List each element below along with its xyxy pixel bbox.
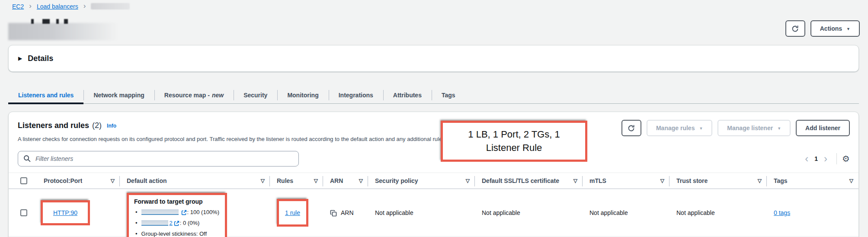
tags-link[interactable]: 0 tags — [774, 209, 790, 216]
select-all-checkbox[interactable] — [20, 177, 27, 184]
column-header-security-policy[interactable]: Security policy ▽ — [368, 173, 475, 189]
chevron-right-icon: › — [29, 2, 32, 10]
previous-page-icon[interactable]: ‹ — [801, 154, 812, 164]
info-link[interactable]: Info — [107, 123, 116, 129]
tab[interactable]: Network mapping — [83, 87, 154, 103]
column-filter-icon[interactable]: ▽ — [570, 178, 577, 184]
tab[interactable]: Integrations — [329, 87, 383, 103]
column-header-arn[interactable]: ARN ▽ — [323, 173, 368, 189]
actions-button[interactable]: Actions ▼ — [810, 20, 860, 37]
default-action-cell: Forward to target group • : 100 (100%) •… — [120, 189, 270, 236]
ssl-certificate-cell: Not applicable — [475, 189, 583, 236]
select-all-cell — [9, 173, 37, 189]
security-policy-value: Not applicable — [375, 209, 413, 216]
tab-label: Listeners and rules — [18, 92, 74, 99]
listener-count: (2) — [92, 121, 102, 130]
tab-label: Monitoring — [287, 92, 318, 99]
column-filter-icon[interactable]: ▽ — [107, 178, 115, 184]
disclosure-right-icon: ▶ — [18, 55, 22, 61]
manage-listener-label: Manage listener — [727, 125, 773, 131]
tab-label: Resource map - — [164, 92, 210, 99]
row-select-cell — [9, 189, 37, 236]
row-checkbox[interactable] — [20, 209, 27, 216]
column-filter-icon[interactable]: ▽ — [657, 178, 664, 184]
title-glyph-remnant — [64, 19, 68, 24]
manage-rules-label: Manage rules — [656, 125, 695, 131]
bullet-icon: • — [135, 228, 138, 237]
add-listener-button[interactable]: Add listener — [796, 120, 850, 136]
target-group-weight: : 0 (0%) — [180, 218, 200, 228]
annotation-highlight-box: Forward to target group • : 100 (100%) •… — [127, 193, 227, 237]
tab-label: Integrations — [339, 92, 373, 99]
column-filter-icon[interactable]: ▽ — [462, 178, 470, 184]
mtls-value: Not applicable — [589, 209, 628, 216]
manage-listener-button[interactable]: Manage listener ▼ — [717, 120, 791, 136]
page-header-actions: Actions ▼ — [785, 20, 860, 37]
mtls-cell: Not applicable — [583, 189, 669, 236]
table-row: HTTP:90 Forward to target group • : 100 … — [9, 189, 858, 237]
rules-link[interactable]: 1 rule — [285, 209, 300, 216]
current-page-number[interactable]: 1 — [812, 155, 820, 162]
security-policy-cell: Not applicable — [368, 189, 475, 236]
actions-button-label: Actions — [820, 25, 842, 32]
protocol-port-cell: HTTP:90 — [37, 189, 120, 236]
next-page-icon[interactable]: › — [820, 154, 831, 164]
target-group-name-visible[interactable]: 2 — [170, 218, 173, 228]
manage-rules-button[interactable]: Manage rules ▼ — [647, 120, 712, 136]
refresh-icon — [791, 25, 799, 32]
listener-link[interactable]: HTTP:90 — [53, 209, 77, 216]
filter-container — [18, 151, 299, 167]
divider — [836, 153, 837, 164]
title-glyph-remnant — [31, 19, 34, 24]
copy-arn-icon[interactable] — [330, 210, 337, 217]
column-header-ssl-certificate[interactable]: Default SSL/TLS certificate ▽ — [475, 173, 583, 189]
listeners-panel: Listeners and rules (2) Info A listener … — [8, 112, 859, 237]
target-group-item: • 2 : 0 (0%) — [133, 218, 221, 228]
bullet-icon: • — [135, 218, 138, 228]
trust-store-cell: Not applicable — [669, 189, 767, 236]
column-header-rules[interactable]: Rules ▽ — [270, 173, 323, 189]
caret-down-icon: ▼ — [777, 126, 781, 131]
column-filter-icon[interactable]: ▽ — [257, 178, 265, 184]
annotation-text: 1 LB, 1 Port, 2 TGs, 1 Listener Rule — [458, 128, 571, 155]
tab-label: Tags — [442, 92, 455, 99]
caret-down-icon: ▼ — [699, 126, 703, 131]
refresh-icon — [628, 125, 635, 132]
column-filter-icon[interactable]: ▽ — [846, 178, 853, 184]
tab-label: Network mapping — [93, 92, 144, 99]
title-glyph-remnant — [42, 19, 50, 24]
column-header-protocol-port[interactable]: Protocol:Port ▽ — [37, 173, 120, 189]
target-group-name-redacted[interactable] — [141, 220, 168, 226]
column-header-tags[interactable]: Tags ▽ — [767, 173, 858, 189]
refresh-button[interactable] — [785, 20, 805, 37]
target-group-name-redacted[interactable] — [141, 209, 179, 215]
tab[interactable]: Resource map - new — [154, 87, 234, 103]
column-filter-icon[interactable]: ▽ — [311, 178, 318, 184]
tab[interactable]: Attributes — [383, 87, 432, 103]
tab-label-new-badge: new — [212, 92, 224, 99]
tab[interactable]: Monitoring — [277, 87, 328, 103]
trust-store-value: Not applicable — [676, 209, 715, 216]
table-header-row: Protocol:Port ▽ Default action ▽ Rules ▽… — [9, 173, 858, 189]
rules-cell: 1 rule — [270, 189, 323, 236]
panel-title: Listeners and rules — [18, 121, 89, 130]
column-header-default-action[interactable]: Default action ▽ — [120, 173, 270, 189]
preferences-gear-icon[interactable]: ⚙ — [842, 154, 850, 164]
arn-label: ARN — [341, 209, 354, 216]
tab[interactable]: Listeners and rules — [8, 87, 83, 103]
add-listener-label: Add listener — [805, 125, 840, 131]
tab[interactable]: Security — [234, 87, 277, 103]
column-filter-icon[interactable]: ▽ — [754, 178, 762, 184]
table-refresh-button[interactable] — [621, 120, 641, 136]
details-section-toggle[interactable]: ▶ Details — [8, 45, 859, 72]
column-filter-icon[interactable]: ▽ — [356, 178, 363, 184]
breadcrumb-link-ec2[interactable]: EC2 — [12, 3, 24, 10]
breadcrumb-link-load-balancers[interactable]: Load balancers — [37, 3, 78, 10]
breadcrumb-current-redacted — [91, 3, 130, 10]
tab[interactable]: Tags — [432, 87, 465, 103]
column-header-mtls[interactable]: mTLS ▽ — [583, 173, 669, 189]
panel-header: Listeners and rules (2) Info — [18, 121, 116, 130]
filter-listeners-input[interactable] — [18, 151, 299, 167]
column-header-trust-store[interactable]: Trust store ▽ — [669, 173, 767, 189]
caret-down-icon: ▼ — [846, 27, 850, 31]
